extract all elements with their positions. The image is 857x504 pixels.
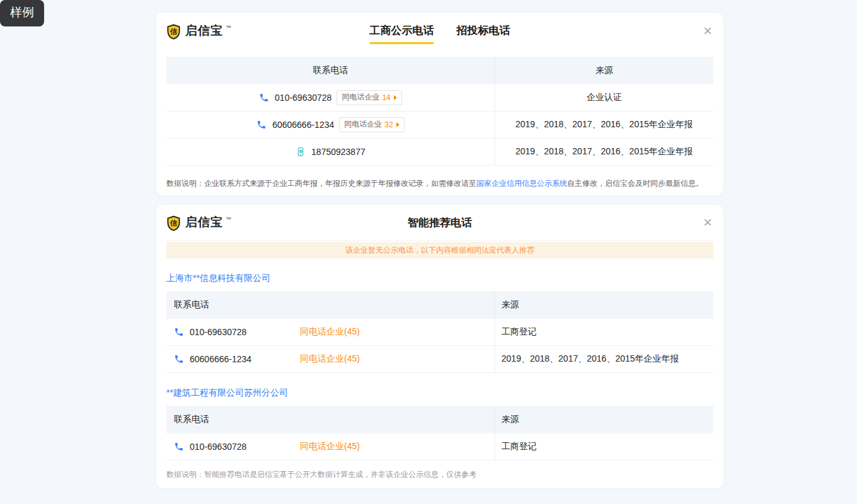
data-disclaimer: 数据说明：智能推荐电话是启信宝基于公开大数据计算生成，并非该企业公示信息，仅供参… (166, 469, 713, 480)
arrow-right-icon (394, 95, 397, 100)
same-phone-companies-link[interactable]: 同电话企业(45) (300, 353, 360, 365)
disclaimer-text: 自主修改，启信宝会及时同步最新信息。 (567, 179, 703, 188)
same-phone-companies-link[interactable]: 同电话企业(45) (300, 441, 360, 452)
phone-number: 010-69630728 (190, 442, 300, 452)
no-public-phone-notice: 该企业暂无公示电话，以下内容根据相同法定代表人推荐 (166, 242, 713, 258)
table-row: 010-69630728 同电话企业 14 企业认证 (166, 84, 713, 112)
tag-count: 32 (384, 120, 393, 129)
smart-recommend-phone-dialog: 信 启信宝 ™ 智能推荐电话 × 该企业暂无公示电话，以下内容根据相同法定代表人… (156, 205, 723, 488)
dialog-title: 智能推荐电话 (408, 215, 472, 230)
tag-count: 14 (382, 93, 390, 102)
phone-number: 18750923877 (311, 147, 365, 157)
source-cell: 2019、2018、2017、2016、2015年企业年报 (495, 139, 713, 165)
header-contact-phone: 联系电话 (166, 291, 495, 319)
qixinbao-logo: 信 启信宝 ™ (166, 214, 231, 231)
tag-label: 同电话企业 (342, 92, 379, 103)
table-header-row: 联系电话 来源 (166, 291, 713, 319)
close-icon[interactable]: × (702, 25, 713, 37)
trademark-mark: ™ (226, 25, 231, 31)
phone-icon (174, 354, 184, 364)
source-cell: 工商登记 (495, 433, 713, 460)
source-cell: 企业认证 (495, 84, 713, 111)
table-row: 60606666-1234 同电话企业 32 2019、2018、2017、20… (166, 112, 713, 139)
close-icon[interactable]: × (702, 216, 713, 229)
recommend-phone-table: 联系电话 来源 010-69630728 同电话企业(45) 工商登记 (166, 291, 713, 373)
phone-icon (259, 93, 269, 103)
shield-logo-icon: 信 (166, 24, 181, 40)
dialog-header: 信 启信宝 ™ 智能推荐电话 × (166, 205, 713, 241)
phone-number: 010-69630728 (275, 93, 331, 103)
header-source: 来源 (495, 291, 713, 319)
recommend-section: 上海市**信息科技有限公司 联系电话 来源 010-69630728 同电话企业… (166, 272, 713, 373)
table-row: 18750923877 2019、2018、2017、2016、2015年企业年… (166, 139, 713, 166)
phone-number: 60606666-1234 (272, 120, 334, 130)
disclaimer-text: 数据说明：企业联系方式来源于企业工商年报，年报历史来源于年报修改记录，如需修改请… (166, 179, 476, 188)
phone-tabs: 工商公示电话 招投标电话 (370, 24, 510, 38)
source-cell: 2019、2018、2017、2016、2015年企业年报 (495, 346, 713, 372)
table-row: 010-69630728 同电话企业(45) 工商登记 (166, 319, 713, 346)
table-header-row: 联系电话 来源 (166, 57, 713, 84)
qixinbao-logo: 信 启信宝 ™ (166, 23, 231, 40)
trademark-mark: ™ (226, 216, 231, 222)
shield-logo-icon: 信 (166, 215, 181, 231)
table-row: 010-69630728 同电话企业(45) 工商登记 (166, 433, 713, 461)
svg-text:信: 信 (170, 219, 178, 227)
phone-icon (174, 327, 184, 337)
brand-name: 启信宝 (185, 214, 223, 231)
same-phone-companies-tag[interactable]: 同电话企业 14 (336, 90, 401, 105)
tab-bidding-phone[interactable]: 招投标电话 (457, 24, 510, 38)
svg-text:信: 信 (170, 28, 178, 35)
data-disclaimer: 数据说明：企业联系方式来源于企业工商年报，年报历史来源于年报修改记录，如需修改请… (166, 178, 713, 188)
header-source: 来源 (495, 406, 713, 433)
tab-business-public-phone[interactable]: 工商公示电话 (370, 24, 434, 38)
table-row: 60606666-1234 同电话企业(45) 2019、2018、2017、2… (166, 346, 713, 373)
phone-icon (174, 442, 184, 452)
dialog-header: 信 启信宝 ™ 工商公示电话 招投标电话 × (166, 13, 713, 49)
public-phone-dialog: 信 启信宝 ™ 工商公示电话 招投标电话 × 联系电话 来源 010-69630… (156, 13, 723, 195)
source-cell: 2019、2018、2017、2016、2015年企业年报 (495, 112, 713, 138)
table-header-row: 联系电话 来源 (166, 406, 713, 433)
arrow-right-icon (396, 122, 400, 127)
same-phone-companies-tag[interactable]: 同电话企业 32 (339, 117, 404, 132)
header-contact-phone: 联系电话 (166, 57, 495, 84)
same-phone-companies-link[interactable]: 同电话企业(45) (300, 326, 360, 338)
header-contact-phone: 联系电话 (166, 406, 495, 433)
credit-system-link[interactable]: 国家企业信用信息公示系统 (476, 179, 567, 188)
company-link[interactable]: 上海市**信息科技有限公司 (166, 272, 713, 284)
phone-icon (256, 120, 267, 130)
recommend-phone-table: 联系电话 来源 010-69630728 同电话企业(45) 工商登记 (166, 406, 713, 461)
source-cell: 工商登记 (495, 319, 713, 345)
header-source: 来源 (495, 57, 713, 84)
public-phone-table: 联系电话 来源 010-69630728 同电话企业 14 企业认证 (166, 57, 713, 166)
tag-label: 同电话企业 (344, 119, 382, 130)
company-link[interactable]: **建筑工程有限公司苏州分公司 (166, 387, 713, 398)
phone-number: 010-69630728 (190, 327, 300, 337)
recommend-section: **建筑工程有限公司苏州分公司 联系电话 来源 010-69630728 同电话… (166, 387, 713, 461)
brand-name: 启信宝 (185, 23, 223, 39)
phone-number: 60606666-1234 (190, 354, 300, 364)
mobile-verified-icon (296, 147, 306, 157)
sample-badge: 样例 (0, 0, 44, 26)
